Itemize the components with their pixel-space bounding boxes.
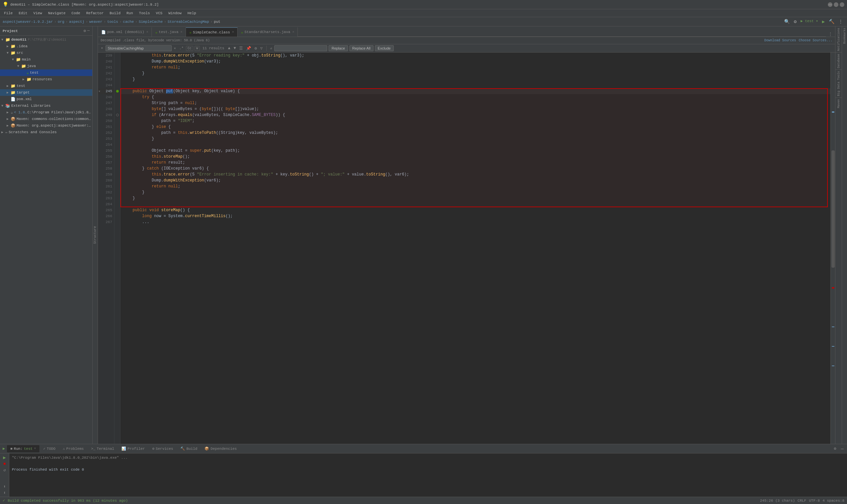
breadcrumb-tools[interactable]: tools <box>107 20 118 24</box>
breadcrumb-simplecache[interactable]: SimpleCache <box>139 20 163 24</box>
sidebar-collapse-icon[interactable]: — <box>87 29 90 33</box>
search-case-icon[interactable]: Cc <box>186 46 193 51</box>
tab-run[interactable]: ■ Run: test × <box>7 445 39 452</box>
bookmarks-icon[interactable]: Bookmarks <box>843 28 846 44</box>
tab-standardcharsets[interactable]: ☕ StandardCharsets.java × <box>238 28 298 37</box>
big-data-label[interactable]: Big Data Tools <box>837 70 841 97</box>
tree-item-idea[interactable]: ▶ 📁 .idea <box>0 43 92 50</box>
minimize-button[interactable]: — <box>828 2 832 7</box>
search-input[interactable] <box>106 45 172 51</box>
maven-label[interactable]: Maven <box>837 98 841 109</box>
menu-build[interactable]: Build <box>107 11 123 16</box>
menu-refactor[interactable]: Refactor <box>83 11 106 16</box>
line-ending[interactable]: CRLF <box>798 499 806 503</box>
toolbar-build-btn[interactable]: 🔨 <box>828 18 836 25</box>
menu-view[interactable]: View <box>31 11 45 16</box>
breadcrumb-jar[interactable]: aspectjweaver-1.9.2.jar <box>3 20 53 24</box>
search-filter-icon[interactable]: ▽ <box>259 46 264 51</box>
tree-item-external-libs[interactable]: ▼ 📚 External Libraries <box>0 103 92 109</box>
menu-vcs[interactable]: VCS <box>153 11 165 16</box>
breadcrumb-cache[interactable]: cache <box>123 20 134 24</box>
maximize-button[interactable] <box>834 2 839 7</box>
bottom-panel-close-icon[interactable]: — <box>839 446 846 451</box>
tree-item-main[interactable]: ▼ 📁 main <box>0 56 92 63</box>
tree-item-pomxml[interactable]: 📄 pom.xml <box>0 96 92 103</box>
tab-dependencies[interactable]: 📦 Dependencies <box>201 445 240 452</box>
tab-standardcharsets-close[interactable]: × <box>292 31 294 34</box>
tab-todo[interactable]: ✓ TODO <box>40 445 59 452</box>
tab-pomxml-close[interactable]: × <box>146 31 148 34</box>
search-pin-icon[interactable]: 📌 <box>245 46 252 51</box>
menu-window[interactable]: Window <box>166 11 184 16</box>
menu-navigate[interactable]: Navigate <box>45 11 68 16</box>
structure-sidebar[interactable]: Structure <box>93 26 98 444</box>
tab-build[interactable]: 🔨 Build <box>177 445 201 452</box>
database-label[interactable]: Database <box>837 53 841 69</box>
menu-code[interactable]: Code <box>69 11 83 16</box>
tab-simplecache-close[interactable]: × <box>232 31 234 34</box>
tree-item-test-class[interactable]: ☕ test <box>0 69 92 76</box>
tab-test[interactable]: ☕ test.java × <box>152 28 186 37</box>
search-word-icon[interactable]: W <box>194 46 200 51</box>
replace-all-button[interactable]: Replace All <box>349 45 374 51</box>
tab-simplecache[interactable]: ☕ SimpleCache.class × <box>186 28 238 37</box>
toolbar-search-icon[interactable]: 🔍 <box>783 18 791 25</box>
tree-item-scratches[interactable]: ▶ ✏ Scratches and Consoles <box>0 129 92 136</box>
search-clear-icon[interactable]: ✕ <box>173 46 177 51</box>
tree-item-target[interactable]: ▶ 📁 target <box>0 89 92 96</box>
sidebar-settings-icon[interactable]: ⚙ <box>84 29 86 33</box>
notifications-label[interactable]: Notifications <box>837 26 841 52</box>
code-content[interactable]: this.trace.error(S "Error reading key:" … <box>120 53 830 444</box>
cursor-position[interactable]: 245:26 (3 chars) <box>760 499 795 503</box>
indent-info[interactable]: 4 spaces:8 <box>823 499 844 503</box>
tab-services[interactable]: ⚙ Services <box>149 445 176 452</box>
breadcrumb-put[interactable]: put <box>214 20 220 24</box>
search-regex-icon[interactable]: .* <box>178 46 185 51</box>
breadcrumb-org[interactable]: org <box>57 20 64 24</box>
breadcrumb-aspectj[interactable]: aspectj <box>69 20 84 24</box>
run-scroll-top-icon[interactable]: ⬆ <box>3 484 6 489</box>
tabs-more-icon[interactable]: ⋮ <box>826 32 835 37</box>
tab-profiler[interactable]: 📊 Profiler <box>118 445 148 452</box>
toolbar-run-btn[interactable]: ▶ <box>821 18 826 25</box>
tree-item-commons-collections[interactable]: ▶ 📦 Maven: commons-collections:commons-c… <box>0 116 92 122</box>
tree-item-src[interactable]: ▼ 📁 src <box>0 50 92 56</box>
tree-item-java[interactable]: ▼ 📁 java <box>0 63 92 69</box>
search-close-icon[interactable]: × <box>100 46 104 51</box>
run-play-icon[interactable]: ▶ <box>3 455 6 461</box>
run-scroll-bottom-icon[interactable]: ⬇ <box>3 490 6 496</box>
tree-item-demo611[interactable]: ▼ 📁 demo611 F:\CTF比赛\1\demo611 <box>0 36 92 43</box>
replace-input[interactable] <box>274 45 327 51</box>
run-icon[interactable]: ▶ <box>1 446 6 451</box>
tree-item-test-folder[interactable]: ▶ 📁 test <box>0 83 92 89</box>
toolbar-settings-icon[interactable]: ⚙ <box>792 18 798 25</box>
tree-item-resources[interactable]: ▶ 📁 resources <box>0 76 92 83</box>
choose-sources-link[interactable]: Choose Sources... <box>799 39 832 42</box>
tab-test-close[interactable]: × <box>180 31 182 34</box>
breadcrumb-storeablecachingmap[interactable]: StoreableCachingMap <box>168 20 209 24</box>
search-next-icon[interactable]: ▼ <box>232 46 237 51</box>
menu-file[interactable]: File <box>1 11 15 16</box>
tree-item-aspectjweaver[interactable]: ▶ 📦 Maven: org.aspectj:aspectjweaver:1.9… <box>0 122 92 129</box>
encoding[interactable]: UTF-8 <box>809 499 820 503</box>
breadcrumb-weaver[interactable]: weaver <box>89 20 103 24</box>
close-button[interactable] <box>840 2 844 7</box>
tab-terminal[interactable]: >_ Terminal <box>88 445 118 452</box>
menu-help[interactable]: Help <box>185 11 199 16</box>
tab-pomxml[interactable]: 📄 pom.xml (demo611) × <box>98 28 152 37</box>
run-stop-icon[interactable]: ■ <box>3 462 6 466</box>
replace-button[interactable]: Replace <box>329 45 348 51</box>
tree-item-jdk[interactable]: ▶ ☕ < 1.8 > C:\Program Files\Java\jdk1.8… <box>0 109 92 116</box>
menu-edit[interactable]: Edit <box>16 11 30 16</box>
menu-tools[interactable]: Tools <box>136 11 153 16</box>
search-settings-icon[interactable]: ⚙ <box>254 46 258 51</box>
tab-run-close[interactable]: × <box>34 447 36 450</box>
search-context-icon[interactable]: ☰ <box>238 46 244 51</box>
toolbar-more-icon[interactable]: ⋮ <box>837 18 844 25</box>
menu-run[interactable]: Run <box>124 11 136 16</box>
bottom-panel-settings-icon[interactable]: ⚙ <box>832 446 838 451</box>
tab-problems[interactable]: ⚠ Problems <box>59 445 87 452</box>
exclude-button[interactable]: Exclude <box>375 45 394 51</box>
download-sources-link[interactable]: Download Sources <box>764 39 796 42</box>
search-prev-icon[interactable]: ▲ <box>227 46 231 51</box>
